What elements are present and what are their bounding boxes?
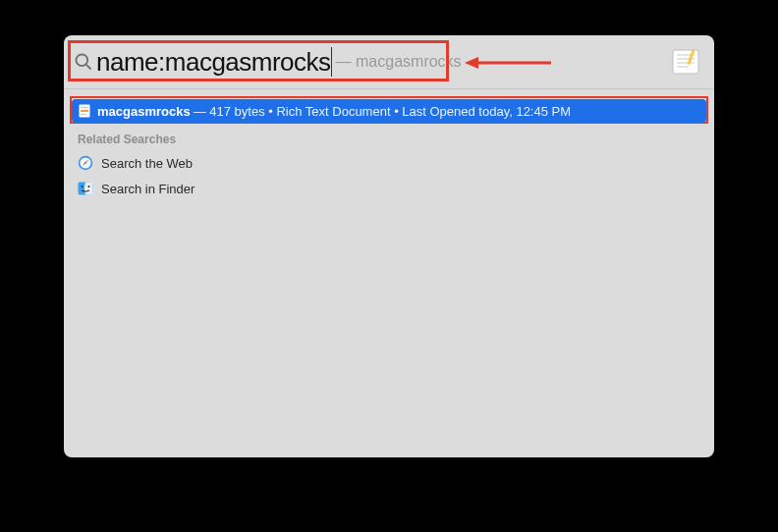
rtf-file-icon	[78, 104, 91, 118]
result-detail: — 417 bytes • Rich Text Document • Last …	[194, 104, 571, 119]
related-label: Search the Web	[101, 156, 193, 171]
svg-rect-4	[673, 50, 698, 74]
svg-rect-12	[81, 107, 88, 108]
search-field-row[interactable]: name:macgasmrocks — macgasmrocks	[64, 35, 714, 88]
result-top-hit[interactable]: macgasmrocks — 417 bytes • Rich Text Doc…	[72, 99, 706, 123]
svg-point-19	[82, 186, 83, 187]
svg-marker-3	[465, 57, 478, 69]
safari-icon	[78, 155, 93, 171]
svg-line-1	[86, 65, 91, 70]
results-list: macgasmrocks — 417 bytes • Rich Text Doc…	[64, 88, 714, 457]
search-icon	[74, 52, 93, 72]
related-search-web[interactable]: Search the Web	[64, 150, 714, 176]
finder-icon	[78, 181, 93, 196]
spotlight-window: name:macgasmrocks — macgasmrocks	[64, 35, 714, 457]
svg-point-0	[77, 55, 88, 67]
related-searches-header: Related Searches	[64, 123, 714, 150]
search-input[interactable]: name:macgasmrocks	[96, 47, 332, 78]
svg-rect-13	[81, 114, 86, 115]
search-query-text: name:macgasmrocks	[96, 47, 331, 78]
search-suggestion: — macgasmrocks	[336, 53, 462, 71]
annotation-arrow-icon	[465, 53, 553, 73]
result-title: macgasmrocks	[97, 104, 191, 119]
text-cursor	[331, 47, 332, 77]
svg-rect-11	[81, 110, 88, 112]
textedit-icon	[671, 47, 700, 77]
related-label: Search in Finder	[101, 182, 194, 196]
svg-point-20	[88, 186, 90, 187]
related-search-finder[interactable]: Search in Finder	[64, 176, 714, 201]
